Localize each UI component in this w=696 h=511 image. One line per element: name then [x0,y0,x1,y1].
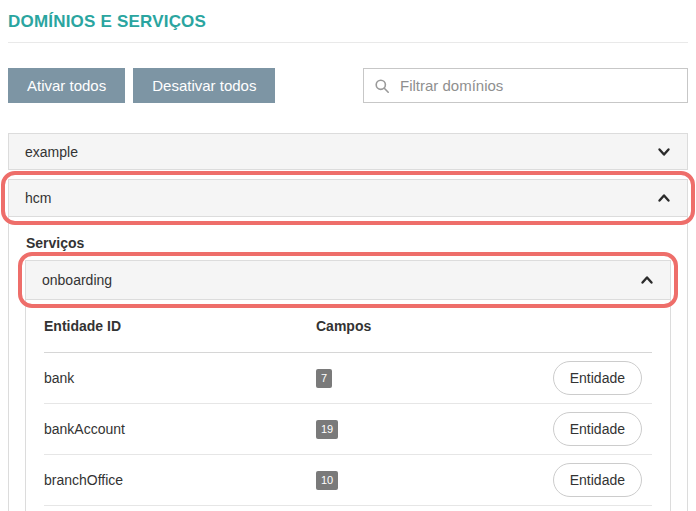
table-row: bank 7 Entidade [44,353,652,404]
chevron-down-icon [657,145,671,159]
chevron-up-icon [657,191,671,205]
entity-id: bankAccount [44,421,316,437]
chevron-up-icon [640,273,654,287]
entity-id: bank [44,370,316,386]
hcm-header-wrap: hcm [8,179,688,217]
domain-panel-hcm: hcm Serviços onboarding [8,179,688,511]
domains-services-page: DOMÍNIOS E SERVIÇOS Ativar todos Desativ… [0,0,696,511]
campos-count-badge: 7 [316,369,332,388]
entidade-button[interactable]: Entidade [553,463,642,497]
domain-item-example[interactable]: example [8,133,688,170]
entidade-button[interactable]: Entidade [553,412,642,446]
campos-count-badge: 19 [316,420,338,439]
services-label: Serviços [26,235,671,251]
column-header-campos: Campos [316,318,652,334]
table-row: bankAccount 19 Entidade [44,404,652,455]
service-name: onboarding [42,272,112,288]
toolbar: Ativar todos Desativar todos [8,68,688,103]
deactivate-all-button[interactable]: Desativar todos [133,68,275,103]
activate-all-button[interactable]: Ativar todos [8,68,125,103]
title-divider [8,42,688,43]
column-header-entidade-id: Entidade ID [44,318,316,334]
onboarding-header-wrap: onboarding [25,260,671,300]
domain-name: example [25,144,78,160]
domain-item-hcm[interactable]: hcm [8,179,688,217]
entidade-button[interactable]: Entidade [553,361,642,395]
filter-domains-searchbox[interactable] [363,68,688,103]
entities-table-header: Entidade ID Campos [44,300,652,353]
service-item-onboarding[interactable]: onboarding [25,260,671,300]
entity-id: branchOffice [44,472,316,488]
filter-domains-input[interactable] [398,76,677,95]
page-title: DOMÍNIOS E SERVIÇOS [8,12,688,32]
domains-accordion: example hcm Serviços onboarding [8,133,688,511]
campos-count-badge: 10 [316,471,338,490]
search-icon [374,78,390,94]
onboarding-panel-body: Entidade ID Campos bank 7 Entidade bankA… [25,300,671,511]
domain-name: hcm [25,190,51,206]
table-row: branchOffice 10 Entidade [44,455,652,506]
hcm-panel-body: Serviços onboarding Entidade ID Campos [8,217,688,511]
